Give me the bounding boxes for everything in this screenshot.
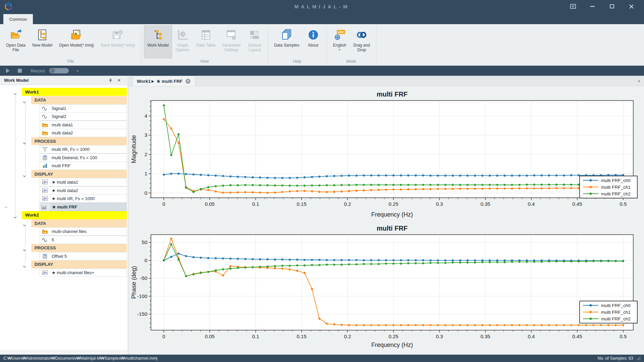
- tab-close-icon[interactable]: ✕: [185, 79, 191, 84]
- ribbon-button-graph-options: Graph Options: [172, 25, 193, 58]
- tree-item-multi-iir-fs-1000[interactable]: multi IIR, Fs = 1000: [40, 145, 127, 154]
- tab-list-caret-icon[interactable]: ▾: [638, 79, 640, 83]
- title-bar: MALMIJAL-M: [0, 0, 644, 13]
- ribbon-group-help: Data SamplesAboutHelp: [268, 24, 326, 65]
- tree-item-multi-data2[interactable]: ★ multi data2: [40, 186, 127, 195]
- tree-item-label: multi data1: [52, 122, 73, 127]
- app-logo-icon: [5, 2, 12, 10]
- magnitude-chart: multi FRF00.050.10.150.20.250.30.350.40.…: [129, 86, 642, 221]
- ribbon-toggle-icon[interactable]: [568, 2, 578, 10]
- tree-item-5[interactable]: 5: [40, 236, 127, 244]
- panel-close-icon[interactable]: ✕: [115, 78, 123, 83]
- record-label: Record: [31, 68, 45, 73]
- tree-item-signal2[interactable]: Signal2: [40, 112, 127, 121]
- tree-item-multi-iir-fs-1000[interactable]: ★ multi IIR, Fs = 1000: [40, 194, 127, 203]
- curves-icon: [42, 270, 49, 276]
- tree-row-multi-data1: ★ multi data1: [0, 178, 127, 187]
- tree-row-process: PROCESS: [0, 137, 127, 145]
- ribbon-button-work-model[interactable]: Work Model: [144, 25, 172, 58]
- tree-item-multi-data1[interactable]: multi data1: [40, 121, 127, 129]
- tree-item-work1[interactable]: Work1: [22, 88, 127, 96]
- stop-icon[interactable]: [18, 69, 22, 73]
- svg-text:0.25: 0.25: [389, 201, 398, 207]
- tree-item-process[interactable]: PROCESS: [31, 137, 127, 145]
- expander-chevron-icon[interactable]: [13, 214, 17, 220]
- wave-icon: [42, 106, 49, 111]
- ribbon-button-label: Graph Options: [175, 43, 189, 53]
- svg-text:0.1: 0.1: [252, 334, 259, 339]
- file-path: C:₩Users₩Administrator₩Documents₩Malmija…: [3, 356, 598, 361]
- tree-item-offset-5[interactable]: Offset 5: [40, 252, 127, 260]
- ribbon-button-new-model[interactable]: New Model: [29, 25, 56, 58]
- tree-item-label: 5: [52, 237, 54, 242]
- tree-item-data[interactable]: DATA: [31, 219, 127, 228]
- ribbon-button-about[interactable]: About: [303, 25, 324, 58]
- expander-chevron-icon[interactable]: [23, 140, 26, 146]
- tree-item-multi-data2[interactable]: multi data2: [40, 129, 127, 137]
- tree-row-process: PROCESS: [0, 244, 127, 252]
- record-toggle[interactable]: [49, 68, 69, 73]
- dropdown-caret-icon[interactable]: ▾: [339, 48, 340, 51]
- tree-row-work2: Work2: [0, 211, 127, 220]
- play-icon[interactable]: [6, 68, 10, 73]
- tree-item-multi-data1[interactable]: ★ multi data1: [40, 178, 127, 186]
- expander-chevron-icon[interactable]: [23, 173, 26, 179]
- ribbon-button-open-data-file[interactable]: Open Data File: [3, 25, 29, 58]
- chart1-svg: multi FRF00.050.10.150.20.250.30.350.40.…: [129, 86, 642, 221]
- svg-text:4: 4: [145, 113, 147, 119]
- expander-chevron-icon[interactable]: [23, 222, 26, 228]
- tree-item-multi-detrend-fs-100[interactable]: multi Detrend, Fs = 100: [40, 154, 127, 162]
- ribbon-button-label: Open Model(*.mmj): [59, 43, 94, 48]
- resize-grip-icon[interactable]: [637, 356, 641, 360]
- ribbon-button-drag-and-drop[interactable]: Drag and Drop: [350, 25, 373, 58]
- drag-drop-icon: [356, 28, 368, 42]
- curves-icon: [42, 179, 49, 185]
- hist-icon: [40, 203, 50, 211]
- ribbon-group-view: Work ModelGraph OptionsData TableParamet…: [141, 24, 268, 65]
- tree-row-multi-frf: multi FRF: [0, 162, 127, 170]
- tree-horizontal-scrollbar[interactable]: [0, 351, 127, 355]
- ribbon-button-english[interactable]: ABCEnglish▾: [329, 25, 350, 58]
- svg-text:Frequency (Hz): Frequency (Hz): [371, 342, 413, 348]
- tree-item-label: multi FRF: [52, 163, 70, 168]
- maximize-button[interactable]: [607, 2, 616, 10]
- ribbon-button-open-model-mmj[interactable]: Open Model(*.mmj): [56, 25, 97, 58]
- svg-text:0.35: 0.35: [480, 334, 490, 339]
- expander-chevron-icon[interactable]: [23, 263, 26, 269]
- expander-chevron-icon[interactable]: [23, 99, 26, 105]
- tree-item-multi-channel-files[interactable]: ★ multi-channel files+: [40, 268, 127, 277]
- tree-item-display[interactable]: DISPLAY: [31, 170, 127, 178]
- save-model-icon: [112, 28, 124, 42]
- tree-item-multi-frf[interactable]: ★ multi FRF: [40, 203, 127, 211]
- tree-item-data[interactable]: DATA: [31, 96, 127, 105]
- tree-row-work1: Work1: [0, 88, 127, 96]
- ribbon-button-data-samples[interactable]: Data Samples: [271, 25, 303, 58]
- record-dropdown-caret-icon[interactable]: ▾: [77, 69, 78, 73]
- tree-item-display[interactable]: DISPLAY: [31, 260, 127, 269]
- pin-icon[interactable]: [106, 78, 115, 83]
- ribbon-button-label: Drag and Drop: [354, 43, 370, 53]
- tree-item-process[interactable]: PROCESS: [31, 244, 127, 252]
- expander-chevron-icon[interactable]: [13, 90, 17, 97]
- work-model-icon: [152, 28, 164, 42]
- svg-text:multi FRF: multi FRF: [377, 90, 408, 98]
- panel-title: Work Model: [4, 78, 106, 83]
- close-button[interactable]: [627, 2, 636, 10]
- tree-item-label: ★ multi-channel files+: [52, 270, 94, 275]
- tree-item-multi-frf[interactable]: multi FRF: [40, 162, 127, 170]
- tree-item-label: PROCESS: [35, 245, 56, 250]
- ribbon-group-caption-mode: Mode: [327, 58, 376, 65]
- document-tab[interactable]: Work1► ★ multi FRF ✕: [132, 76, 195, 86]
- tree-item-multi-channel-files[interactable]: multi-channel files: [40, 227, 127, 236]
- graph-options-icon: [176, 28, 189, 42]
- tab-common[interactable]: Common: [3, 14, 33, 24]
- tree-item-signal1[interactable]: Signal1: [40, 104, 127, 113]
- expander-chevron-icon[interactable]: [23, 247, 26, 253]
- tree-item-work2[interactable]: Work2: [22, 211, 127, 220]
- tree-row-multi-detrend-fs-100: multi Detrend, Fs = 100: [0, 154, 127, 162]
- svg-text:Phase (deg): Phase (deg): [130, 266, 137, 299]
- minimize-button[interactable]: [588, 2, 597, 10]
- bars-icon: [42, 163, 49, 169]
- svg-text:0.4: 0.4: [528, 334, 535, 339]
- svg-text:0.2: 0.2: [344, 201, 351, 207]
